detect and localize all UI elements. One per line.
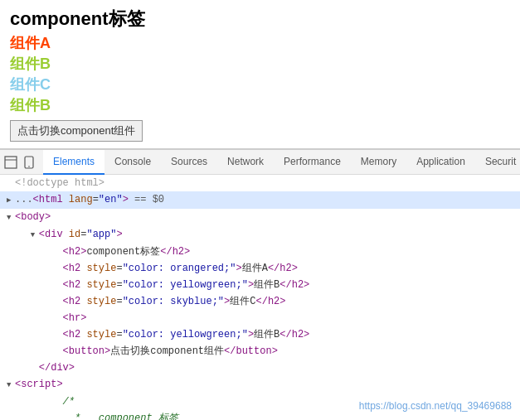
tab-sources[interactable]: Sources [161,150,217,175]
html-line[interactable]: ...<html lang="en"> == $0 [0,191,520,209]
html-source-area: <!doctype html>...<html lang="en"> == $0… [0,175,520,420]
devtools-toolbar: Elements Console Sources Network Perform… [0,150,520,175]
tab-security[interactable]: Securit [475,150,520,175]
tab-network[interactable]: Network [217,150,274,175]
preview-title: component标签 [10,7,510,31]
mobile-device-icon[interactable] [22,155,36,170]
svg-rect-0 [5,157,17,168]
html-line[interactable]: <h2>component标签</h2> [0,244,520,260]
html-line[interactable]: <h2 style="color: skyblue;">组件C</h2> [0,293,520,310]
watermark: https://blog.csdn.net/qq_39469688 [359,400,512,412]
tab-elements[interactable]: Elements [43,150,104,175]
component-c-label: 组件C [10,75,510,94]
html-line[interactable]: <script> [0,376,520,393]
html-line[interactable]: <h2 style="color: orangered;">组件A</h2> [0,260,520,277]
tab-application[interactable]: Application [406,150,475,175]
component-b2-label: 组件B [10,95,510,115]
html-line[interactable]: <h2 style="color: yellowgreen;">组件B</h2> [0,326,520,343]
tab-console[interactable]: Console [104,150,161,175]
html-line[interactable]: <div id="app"> [0,226,520,244]
html-line[interactable]: <button>点击切换component组件</button> [0,343,520,360]
switch-component-button[interactable]: 点击切换component组件 [10,120,143,142]
component-b-label: 组件B [10,54,510,74]
devtools-tabs: Elements Console Sources Network Perform… [43,150,520,175]
devtools-panel: Elements Console Sources Network Perform… [0,149,520,420]
html-line[interactable]: <body> [0,209,520,226]
tab-performance[interactable]: Performance [274,150,351,175]
component-a-label: 组件A [10,33,510,53]
html-line[interactable]: </div> [0,360,520,376]
svg-point-3 [28,166,30,167]
preview-area: component标签 组件A 组件B 组件C 组件B 点击切换componen… [0,0,520,149]
html-line[interactable]: <hr> [0,310,520,326]
toolbar-icons [3,155,36,170]
html-line[interactable]: <!doctype html> [0,175,520,191]
html-line[interactable]: <h2 style="color: yellowgreen;">组件B</h2> [0,277,520,293]
tab-memory[interactable]: Memory [351,150,406,175]
inspect-element-icon[interactable] [3,155,18,170]
